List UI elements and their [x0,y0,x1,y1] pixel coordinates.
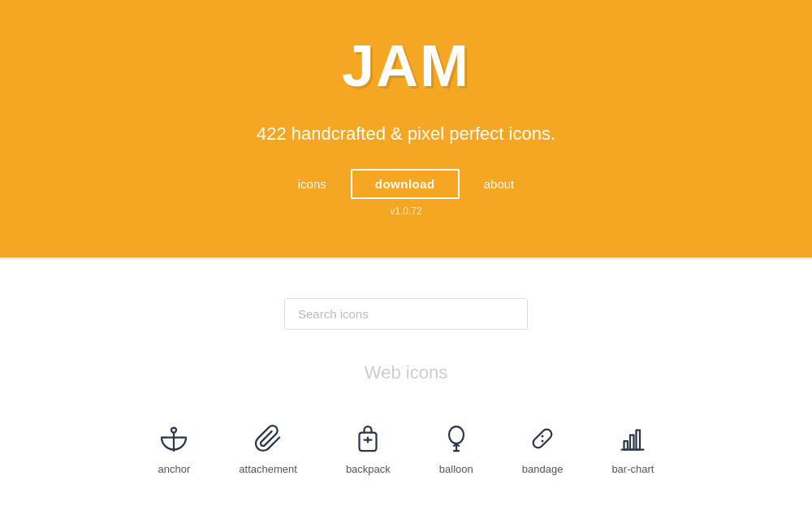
icon-item-bar-chart[interactable]: bar-chart [611,424,654,475]
bar-chart-icon [618,424,647,453]
nav-icons-link[interactable]: icons [298,177,326,191]
svg-point-6 [449,426,464,443]
hero-section: JAM 422 handcrafted & pixel perfect icon… [0,0,812,257]
backpack-icon [353,424,382,453]
icon-label-bandage: bandage [522,463,564,475]
icon-item-bandage[interactable]: bandage [522,424,564,475]
version-label: v1.0.72 [390,205,421,217]
svg-rect-13 [637,430,641,450]
icon-label-balloon: balloon [439,463,473,475]
icon-item-anchor[interactable]: anchor [158,424,191,475]
svg-rect-7 [531,427,554,450]
icon-item-attachement[interactable]: attachement [239,424,297,475]
content-section: Web icons anchor attachement [0,257,812,508]
svg-rect-11 [624,441,628,450]
icon-item-balloon[interactable]: balloon [439,424,473,475]
anchor-icon [159,424,188,453]
bandage-icon [528,424,557,453]
icon-label-backpack: backpack [346,463,391,475]
icon-item-backpack[interactable]: backpack [346,424,391,475]
icon-label-bar-chart: bar-chart [611,463,654,475]
hero-subtitle: 422 handcrafted & pixel perfect icons. [257,123,555,145]
nav-about-link[interactable]: about [484,177,515,191]
balloon-icon [442,424,471,453]
icon-label-anchor: anchor [158,463,191,475]
svg-rect-12 [630,435,634,450]
attachement-icon [253,424,283,453]
search-input[interactable] [284,298,528,330]
search-container [284,298,528,330]
section-title: Web icons [365,362,447,383]
site-title: JAM [342,32,470,99]
icon-label-attachement: attachement [239,463,297,475]
icons-grid: anchor attachement backpack [126,424,687,475]
hero-nav: icons download about [298,169,515,199]
nav-download-button[interactable]: download [351,169,460,199]
